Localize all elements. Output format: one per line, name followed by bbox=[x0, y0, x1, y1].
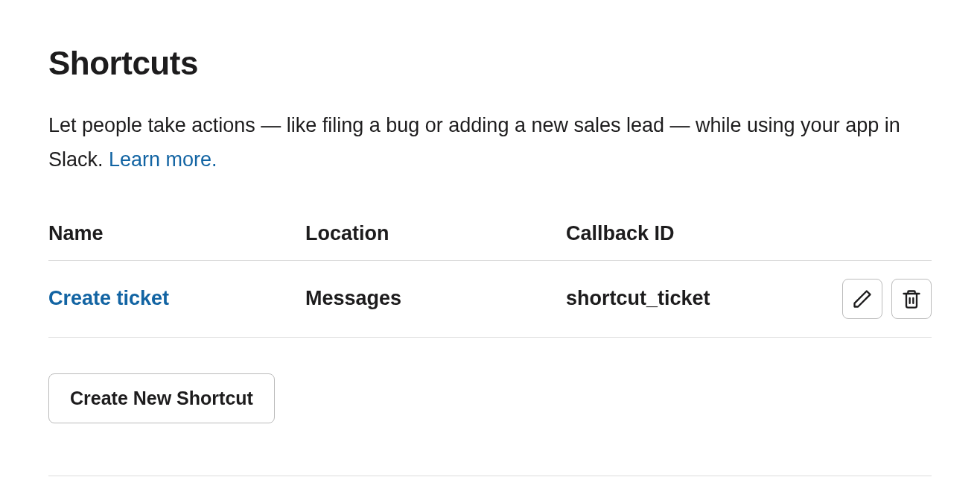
learn-more-link[interactable]: Learn more. bbox=[109, 148, 217, 171]
section-divider bbox=[48, 476, 932, 476]
cell-name: Create ticket bbox=[48, 287, 305, 310]
delete-button[interactable] bbox=[891, 279, 932, 319]
column-header-name: Name bbox=[48, 222, 305, 245]
shortcuts-table: Name Location Callback ID Create ticket … bbox=[48, 222, 932, 338]
create-new-shortcut-button[interactable]: Create New Shortcut bbox=[48, 373, 275, 423]
column-header-callback: Callback ID bbox=[566, 222, 812, 245]
cell-location: Messages bbox=[305, 287, 566, 310]
page-title: Shortcuts bbox=[48, 45, 932, 82]
trash-icon bbox=[901, 288, 922, 309]
pencil-icon bbox=[852, 288, 873, 309]
shortcut-name-link[interactable]: Create ticket bbox=[48, 287, 169, 309]
page-description: Let people take actions — like filing a … bbox=[48, 109, 927, 177]
edit-button[interactable] bbox=[842, 279, 882, 319]
cell-callback: shortcut_ticket bbox=[566, 287, 812, 310]
column-header-location: Location bbox=[305, 222, 566, 245]
table-header-row: Name Location Callback ID bbox=[48, 222, 932, 261]
cell-actions bbox=[812, 279, 932, 319]
table-row: Create ticket Messages shortcut_ticket bbox=[48, 261, 932, 338]
